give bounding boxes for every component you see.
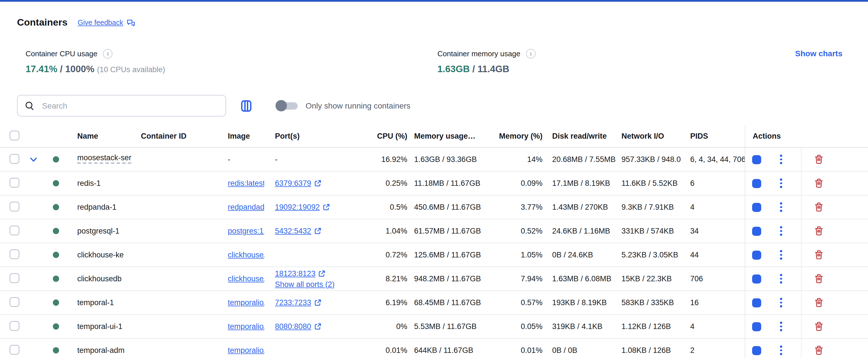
memory-pct-value: 0.05% [483, 322, 542, 331]
external-link-icon[interactable] [314, 227, 321, 235]
delete-button[interactable] [815, 202, 823, 212]
search-box[interactable] [17, 95, 226, 117]
external-link-icon[interactable] [323, 203, 330, 211]
container-name[interactable]: temporal-adm [77, 346, 125, 355]
kebab-menu-icon[interactable] [780, 298, 782, 307]
column-header-cpu[interactable]: CPU (%) [355, 132, 409, 140]
port-link[interactable]: 18123:8123 [275, 268, 315, 279]
stop-button[interactable] [752, 322, 761, 331]
kebab-menu-icon[interactable] [780, 202, 782, 212]
running-status-dot [53, 299, 59, 306]
kebab-menu-icon[interactable] [780, 155, 782, 164]
port-link[interactable]: 7233:7233 [275, 297, 311, 308]
column-header-network[interactable]: Network I/O [616, 132, 688, 140]
container-name[interactable]: redpanda-1 [77, 203, 117, 211]
image-link[interactable]: clickhouse/ [228, 250, 264, 259]
row-checkbox[interactable] [10, 225, 19, 235]
delete-button[interactable] [815, 346, 823, 355]
stop-button[interactable] [752, 274, 761, 283]
running-containers-toggle[interactable] [276, 100, 298, 111]
container-name[interactable]: clickhouse-ke [77, 250, 124, 259]
feedback-link[interactable]: Give feedback [78, 19, 135, 27]
kebab-menu-icon[interactable] [780, 274, 782, 283]
column-header-disk[interactable]: Disk read/write [542, 132, 616, 140]
network-io-value: 5.23KB / 3.05KB [616, 250, 688, 259]
external-link-icon[interactable] [314, 180, 321, 187]
column-header-name[interactable]: Name [67, 132, 131, 140]
delete-button[interactable] [815, 155, 823, 164]
columns-settings-icon[interactable] [241, 100, 252, 112]
show-all-ports-link[interactable]: Show all ports (2) [275, 279, 335, 290]
show-charts-button[interactable]: Show charts [795, 49, 843, 58]
stop-button[interactable] [752, 203, 761, 212]
kebab-menu-icon[interactable] [780, 178, 782, 188]
row-checkbox[interactable] [10, 273, 19, 283]
column-header-memory-usage[interactable]: Memory usage… [409, 132, 483, 140]
delete-button[interactable] [815, 178, 823, 188]
container-name[interactable]: redis-1 [77, 179, 101, 187]
port-link[interactable]: 8080:8080 [275, 321, 311, 332]
delete-button[interactable] [815, 298, 823, 307]
delete-button[interactable] [815, 274, 823, 284]
image-link[interactable]: postgres:13 [228, 227, 264, 235]
actions-divider [801, 291, 802, 314]
external-link-icon[interactable] [318, 270, 326, 277]
column-header-image[interactable]: Image [216, 132, 264, 140]
select-all-checkbox[interactable] [10, 130, 19, 140]
image-link[interactable]: - [228, 155, 230, 163]
memory-usage-value: 948.2MB / 11.67GB [409, 274, 483, 283]
row-checkbox[interactable] [10, 297, 19, 306]
image-link[interactable]: clickhouse/ [228, 274, 264, 283]
disk-read-write-value: 0B / 24.6KB [542, 250, 616, 259]
image-link[interactable]: redpandada [228, 203, 264, 211]
image-link[interactable]: temporalio/ [228, 322, 264, 331]
container-name[interactable]: moosestack-ser [77, 153, 131, 163]
external-link-icon[interactable] [314, 299, 321, 306]
memory-info-icon[interactable]: i [526, 49, 536, 59]
column-header-container-id[interactable]: Container ID [131, 132, 216, 140]
stop-button[interactable] [752, 227, 761, 236]
stop-button[interactable] [752, 250, 761, 260]
image-link[interactable]: temporalio/ [228, 298, 264, 307]
stop-button[interactable] [752, 298, 761, 307]
chevron-down-icon[interactable] [30, 157, 37, 162]
container-name[interactable]: postgresql-1 [77, 227, 120, 235]
delete-button[interactable] [815, 250, 823, 260]
port-link[interactable]: - [275, 154, 278, 165]
external-link-icon[interactable] [314, 323, 321, 330]
container-name[interactable]: temporal-1 [77, 298, 114, 307]
row-checkbox[interactable] [10, 178, 19, 187]
kebab-menu-icon[interactable] [780, 226, 782, 236]
port-link[interactable]: 5432:5432 [275, 226, 311, 236]
row-checkbox[interactable] [10, 321, 19, 330]
stop-button[interactable] [752, 179, 761, 188]
disk-read-write-value: 1.43MB / 270KB [542, 203, 616, 211]
stop-button[interactable] [752, 155, 761, 164]
container-name[interactable]: clickhousedb [77, 274, 122, 283]
container-name[interactable]: temporal-ui-1 [77, 322, 122, 331]
kebab-menu-icon[interactable] [780, 322, 782, 331]
row-checkbox[interactable] [10, 154, 19, 163]
column-header-memory-pct[interactable]: Memory (%) [483, 132, 542, 140]
stop-button[interactable] [752, 346, 761, 355]
port-link[interactable]: 19092:19092 [275, 202, 320, 212]
column-header-pids[interactable]: PIDS [688, 132, 745, 140]
actions-divider [801, 196, 802, 219]
column-header-ports[interactable]: Port(s) [264, 131, 355, 142]
image-link[interactable]: temporalio/ [228, 346, 264, 355]
row-checkbox[interactable] [10, 345, 19, 354]
cpu-available-note: (10 CPUs available) [97, 65, 165, 74]
image-link[interactable]: redis:latest [228, 179, 264, 187]
kebab-menu-icon[interactable] [780, 250, 782, 260]
kebab-menu-icon[interactable] [780, 346, 782, 355]
row-checkbox[interactable] [10, 249, 19, 259]
cpu-info-icon[interactable]: i [103, 49, 113, 59]
delete-button[interactable] [815, 226, 823, 236]
port-link[interactable]: 6379:6379 [275, 178, 311, 189]
delete-button[interactable] [815, 322, 823, 331]
running-status-dot [53, 228, 59, 234]
memory-pct-value: 7.94% [483, 274, 542, 283]
memory-pct-value: 3.77% [483, 203, 542, 211]
search-input[interactable] [41, 100, 214, 111]
row-checkbox[interactable] [10, 202, 19, 211]
